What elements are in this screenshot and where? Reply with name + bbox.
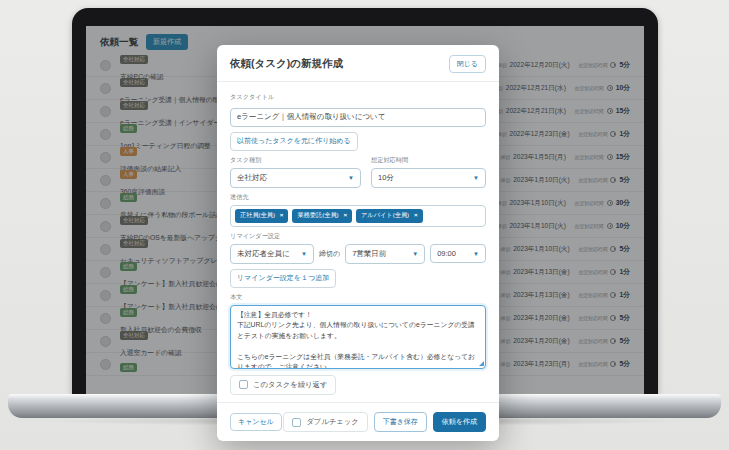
estimated-time-select[interactable]: 10分 ▼ xyxy=(371,168,486,188)
start-from-template-button[interactable]: 以前使ったタスクを元に作り始める xyxy=(230,132,358,151)
recipients-field[interactable]: 正社員(全員) ×業務委託(全員) ×アルバイト(全員) × xyxy=(230,205,486,227)
reminder-time-select[interactable]: 09:00 ▼ xyxy=(430,244,486,263)
chevron-down-icon: ▼ xyxy=(412,251,418,257)
recipient-chip[interactable]: 正社員(全員) × xyxy=(235,209,288,223)
chevron-down-icon: ▼ xyxy=(301,251,307,257)
double-check-label: ダブルチェック xyxy=(306,417,358,427)
cancel-button[interactable]: キャンセル xyxy=(230,413,282,431)
task-title-label: タスクタイトル xyxy=(230,93,486,102)
chevron-down-icon: ▼ xyxy=(473,251,479,257)
reminder-label: リマインダー設定 xyxy=(230,232,486,241)
repeat-task-checkbox-row[interactable]: このタスクを繰り返す xyxy=(230,375,336,395)
recipients-label: 送信先 xyxy=(230,193,486,202)
remove-chip-icon[interactable]: × xyxy=(414,211,418,218)
resize-handle-icon[interactable] xyxy=(479,361,484,366)
remove-chip-icon[interactable]: × xyxy=(280,211,284,218)
body-textarea[interactable]: 【注意】全員必修です！ 下記URLのリンク先より、個人情報の取り扱いについてのe… xyxy=(230,305,486,369)
checkbox-icon[interactable] xyxy=(292,418,301,427)
body-label: 本文 xyxy=(230,293,486,302)
task-type-select[interactable]: 全社対応 ▼ xyxy=(230,168,361,188)
create-task-modal: 依頼(タスク)の新規作成 閉じる タスクタイトル 以前使ったタスクを元に作り始め… xyxy=(217,45,499,441)
close-button[interactable]: 閉じる xyxy=(449,55,486,73)
remove-chip-icon[interactable]: × xyxy=(343,211,347,218)
estimated-time-label: 想定対応時間 xyxy=(371,156,486,165)
reminder-target-select[interactable]: 未対応者全員に ▼ xyxy=(230,244,314,264)
save-draft-button[interactable]: 下書き保存 xyxy=(374,412,427,432)
double-check-checkbox-row[interactable]: ダブルチェック xyxy=(283,412,367,432)
reminder-middle-text: 締切の xyxy=(319,249,340,259)
modal-title: 依頼(タスク)の新規作成 xyxy=(230,57,343,71)
recipient-chip[interactable]: アルバイト(全員) × xyxy=(356,209,423,223)
modal-header: 依頼(タスク)の新規作成 閉じる xyxy=(217,45,499,82)
task-title-input[interactable] xyxy=(230,108,486,127)
recipient-chip[interactable]: 業務委託(全員) × xyxy=(292,209,352,223)
modal-footer: キャンセル ダブルチェック 下書き保存 依頼を作成 xyxy=(217,402,499,441)
checkbox-icon[interactable] xyxy=(239,380,248,389)
reminder-timing-select[interactable]: 7営業日前 ▼ xyxy=(345,244,425,264)
modal-body: タスクタイトル 以前使ったタスクを元に作り始める タスク種別 全社対応 ▼ 想定… xyxy=(217,82,499,402)
repeat-task-label: このタスクを繰り返す xyxy=(253,380,327,390)
create-request-button[interactable]: 依頼を作成 xyxy=(433,412,486,432)
add-reminder-button[interactable]: リマインダー設定を１つ追加 xyxy=(230,269,336,288)
chevron-down-icon: ▼ xyxy=(473,175,479,181)
chevron-down-icon: ▼ xyxy=(348,175,354,181)
task-type-label: タスク種別 xyxy=(230,156,361,165)
